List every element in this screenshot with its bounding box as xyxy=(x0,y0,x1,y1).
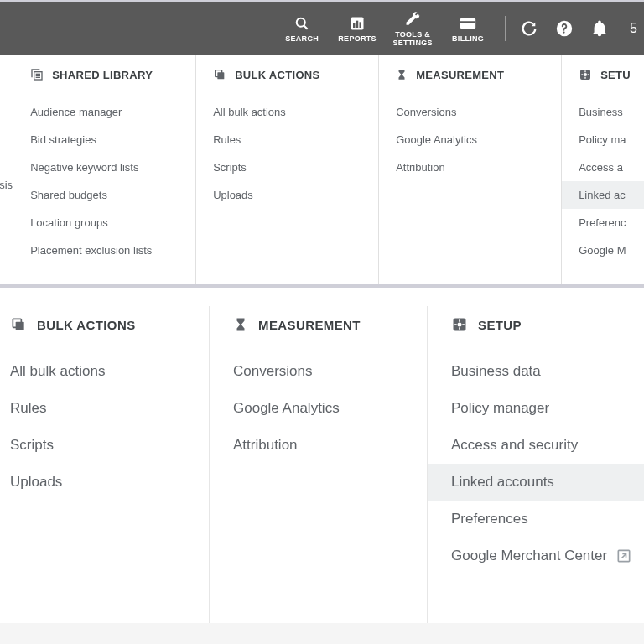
menu-item[interactable]: Shared budgets xyxy=(30,181,182,209)
col-title: MEASUREMENT xyxy=(258,318,361,332)
menu-item[interactable]: Conversions xyxy=(396,98,548,126)
col-header: SETU xyxy=(579,68,631,81)
topbar-divider xyxy=(505,16,506,41)
nav-label: TOOLS & SETTINGS xyxy=(392,31,432,48)
menu-item[interactable]: Uploads xyxy=(7,464,189,501)
menu-item[interactable]: Attribution xyxy=(230,427,407,464)
col-header: MEASUREMENT xyxy=(230,316,407,333)
menu-item[interactable]: Preferences xyxy=(448,501,636,538)
svg-point-9 xyxy=(564,31,565,33)
col-header: SHARED LIBRARY xyxy=(30,68,182,81)
svg-rect-14 xyxy=(217,72,224,79)
svg-rect-4 xyxy=(356,20,359,27)
menu-item[interactable]: Scripts xyxy=(7,427,189,464)
tools-menu-small: sis SHARED LIBRARY Audience manager Bid … xyxy=(0,55,644,288)
menu-item-label: Conversions xyxy=(233,363,313,380)
reports-icon xyxy=(349,13,366,34)
menu-item[interactable]: Location groups xyxy=(30,209,182,236)
menu-item-linked-accounts[interactable]: Linked accounts xyxy=(428,464,644,501)
topbar: SEARCH REPORTS TOOLS & SETTINGS BILLING xyxy=(0,0,644,55)
svg-rect-22 xyxy=(16,322,24,330)
nav-label: SEARCH xyxy=(285,35,319,44)
menu-item[interactable]: Policy manager xyxy=(448,390,636,427)
tools-menu-large: BULK ACTIONS All bulk actions Rules Scri… xyxy=(0,288,644,623)
gear-icon xyxy=(579,68,592,81)
menu-item[interactable]: Access a xyxy=(579,153,631,181)
notifications-icon[interactable] xyxy=(589,18,610,39)
col-setup: SETUP Business data Policy manager Acces… xyxy=(428,306,644,623)
copy-icon xyxy=(10,316,27,333)
col-title: SHARED LIBRARY xyxy=(52,69,153,81)
menu-item-label: Google Merchant Center xyxy=(451,548,607,564)
menu-item[interactable]: Audience manager xyxy=(30,98,182,126)
menu-item[interactable]: All bulk actions xyxy=(213,98,365,126)
col-header: MEASUREMENT xyxy=(396,68,548,81)
nav-label: REPORTS xyxy=(338,35,377,44)
menu-item-label: Uploads xyxy=(10,474,62,491)
nav-billing[interactable]: BILLING xyxy=(448,13,488,44)
menu-item-label: Policy manager xyxy=(451,400,549,417)
refresh-icon[interactable] xyxy=(519,18,539,39)
svg-point-25 xyxy=(458,323,462,327)
menu-item-label: Preferences xyxy=(451,511,528,527)
col-bulk-actions: BULK ACTIONS All bulk actions Rules Scri… xyxy=(195,55,378,284)
hourglass-icon xyxy=(233,316,248,333)
topbar-actions: 5 xyxy=(512,18,637,39)
menu-item-label: Attribution xyxy=(233,437,298,454)
menu-item[interactable]: All bulk actions xyxy=(7,353,189,390)
search-icon xyxy=(293,13,310,34)
col-bulk-actions: BULK ACTIONS All bulk actions Rules Scri… xyxy=(0,306,210,623)
col-measurement: MEASUREMENT Conversions Google Analytics… xyxy=(378,55,561,284)
col-header: BULK ACTIONS xyxy=(213,68,365,81)
svg-point-17 xyxy=(584,73,587,76)
col-measurement: MEASUREMENT Conversions Google Analytics… xyxy=(210,306,428,623)
svg-rect-3 xyxy=(353,23,356,28)
menu-item-label: Google Analytics xyxy=(233,400,340,417)
svg-rect-7 xyxy=(460,21,475,23)
menu-item[interactable]: Preferenc xyxy=(579,209,631,236)
gear-icon xyxy=(451,316,468,333)
cutoff-left-column: sis xyxy=(0,55,13,284)
menu-item[interactable]: Conversions xyxy=(230,353,407,390)
hourglass-icon xyxy=(396,68,408,81)
nav-reports[interactable]: REPORTS xyxy=(337,13,377,44)
nav-search[interactable]: SEARCH xyxy=(282,13,322,44)
menu-item[interactable]: Policy ma xyxy=(579,126,631,153)
menu-item[interactable]: Bid strategies xyxy=(30,126,182,153)
notification-count: 5 xyxy=(630,21,637,36)
menu-item[interactable]: Business data xyxy=(448,353,636,390)
nav-label: BILLING xyxy=(452,35,484,44)
menu-item[interactable]: Attribution xyxy=(396,153,548,181)
menu-item-linked-accounts[interactable]: Linked ac xyxy=(562,181,644,209)
col-title: BULK ACTIONS xyxy=(37,318,136,332)
menu-item[interactable]: Placement exclusion lists xyxy=(30,236,182,264)
menu-item[interactable]: Scripts xyxy=(213,153,365,181)
svg-rect-5 xyxy=(360,22,362,28)
col-title: SETUP xyxy=(478,318,522,332)
menu-item[interactable]: Google Analytics xyxy=(396,126,548,153)
menu-item[interactable]: Rules xyxy=(7,390,189,427)
menu-item[interactable]: Google M xyxy=(579,236,631,264)
col-setup: SETU Business Policy ma Access a Linked … xyxy=(561,55,644,284)
menu-item[interactable]: Rules xyxy=(213,126,365,153)
col-header: BULK ACTIONS xyxy=(7,316,189,333)
menu-item-label: Linked accounts xyxy=(451,474,554,491)
col-title: MEASUREMENT xyxy=(416,69,504,81)
menu-item-label: All bulk actions xyxy=(10,363,105,380)
nav-tools-settings[interactable]: TOOLS & SETTINGS xyxy=(392,9,433,48)
credit-card-icon xyxy=(459,13,477,34)
menu-item[interactable]: Business xyxy=(579,98,631,126)
menu-item[interactable]: Negative keyword lists xyxy=(30,153,182,181)
col-title: SETU xyxy=(600,69,631,81)
menu-item[interactable]: Google Analytics xyxy=(230,390,407,427)
menu-item[interactable]: Uploads xyxy=(213,181,365,209)
wrench-icon xyxy=(404,9,421,29)
menu-item-merchant-center[interactable]: Google Merchant Center xyxy=(448,538,636,574)
copy-icon xyxy=(213,68,226,81)
svg-point-0 xyxy=(297,18,305,26)
help-icon[interactable] xyxy=(554,18,574,39)
menu-item-label: Scripts xyxy=(10,437,54,454)
menu-item-label: Rules xyxy=(10,400,46,417)
menu-item[interactable]: Access and security xyxy=(448,427,636,464)
col-shared-library: SHARED LIBRARY Audience manager Bid stra… xyxy=(13,55,195,284)
